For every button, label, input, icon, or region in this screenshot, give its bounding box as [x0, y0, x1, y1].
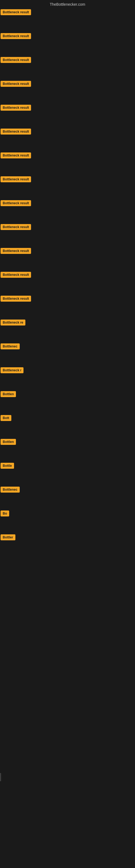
bottleneck-badge[interactable]: Bottleneck result	[1, 152, 31, 158]
bottleneck-badge[interactable]: Bottleneck result	[1, 200, 31, 206]
bottleneck-badge[interactable]: Bo	[1, 510, 9, 517]
result-row: Bottlenec	[1, 342, 135, 365]
result-row: Bottleneck result	[1, 103, 135, 126]
bottleneck-badge[interactable]: Bottle	[1, 463, 14, 469]
result-row: Bottleneck re	[1, 318, 135, 341]
result-row: Bott	[1, 413, 135, 437]
bottleneck-badge[interactable]: Bottleneck result	[1, 81, 31, 87]
result-row: Bottleneck result	[1, 222, 135, 246]
result-row: Bottlen	[1, 390, 135, 413]
result-row: Bottlenec	[1, 485, 135, 508]
bottleneck-badge[interactable]: Bottleneck result	[1, 176, 31, 182]
bottleneck-badge[interactable]: Bottlenec	[1, 487, 20, 493]
site-name: TheBottlenecker.com	[50, 2, 85, 6]
result-row: Bottleneck result	[1, 270, 135, 293]
result-row: Bottleneck result	[1, 79, 135, 102]
bottleneck-badge[interactable]: Bottleneck result	[1, 224, 31, 230]
bottleneck-badge[interactable]: Bottleneck result	[1, 129, 31, 134]
result-row: Bottle	[1, 461, 135, 485]
result-row: Bottleneck result	[1, 246, 135, 270]
result-row: Bottleneck result	[1, 31, 135, 55]
result-row: Bottleneck result	[1, 127, 135, 150]
bottleneck-badge[interactable]: Bottleneck result	[1, 33, 31, 39]
result-row: Bottleneck result	[1, 55, 135, 79]
result-row: Bottleneck r	[1, 366, 135, 389]
result-row: Bottler	[1, 533, 135, 556]
site-header: TheBottlenecker.com	[0, 0, 135, 8]
result-row: Bottleneck result	[1, 198, 135, 222]
bottleneck-badge[interactable]: Bottlenec	[1, 343, 20, 349]
bottleneck-badge[interactable]: Bottlen	[1, 391, 16, 397]
bottleneck-badge[interactable]: Bottlen	[1, 439, 16, 445]
bottleneck-badge[interactable]: Bottleneck result	[1, 9, 31, 15]
result-row: Bottleneck result	[1, 175, 135, 198]
result-row: Bottlen	[1, 437, 135, 461]
bottleneck-badge[interactable]: Bottleneck r	[1, 367, 24, 373]
bottleneck-badge[interactable]: Bottleneck result	[1, 105, 31, 111]
bottleneck-badge[interactable]: Bottleneck result	[1, 296, 31, 302]
bottleneck-badge[interactable]: Bottler	[1, 534, 15, 540]
bottleneck-badge[interactable]: Bottleneck re	[1, 319, 26, 326]
bottleneck-badge[interactable]: Bottleneck result	[1, 57, 31, 63]
bottleneck-badge[interactable]: Bott	[1, 415, 11, 421]
result-row: Bottleneck result	[1, 151, 135, 174]
bottleneck-badge[interactable]: Bottleneck result	[1, 248, 31, 254]
results-list: Bottleneck resultBottleneck resultBottle…	[0, 8, 135, 556]
result-row: Bottleneck result	[1, 294, 135, 317]
result-row: Bo	[1, 509, 135, 532]
bottleneck-badge[interactable]: Bottleneck result	[1, 272, 31, 278]
result-row: Bottleneck result	[1, 8, 135, 31]
